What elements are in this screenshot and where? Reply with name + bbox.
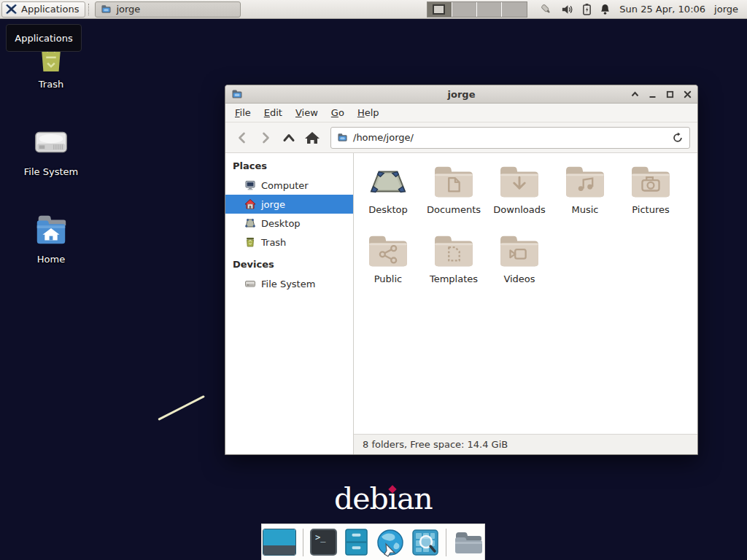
computer-icon xyxy=(244,179,256,191)
house-icon xyxy=(244,198,256,210)
location-bar[interactable]: /home/jorge/ xyxy=(330,127,690,149)
downloads-folder-icon xyxy=(497,163,542,200)
file-label: Public xyxy=(374,273,402,284)
reload-icon[interactable] xyxy=(672,132,684,144)
sidebar-item-trash[interactable]: Trash xyxy=(225,233,353,252)
sidebar-item-label: Trash xyxy=(261,237,286,248)
file-icon-templates[interactable]: Templates xyxy=(421,233,487,302)
forward-button[interactable] xyxy=(255,127,276,149)
debian-logo-text: an xyxy=(397,481,433,516)
desktop-icon xyxy=(244,217,256,229)
show-desktop-icon xyxy=(263,529,295,545)
debian-logo-i: ı xyxy=(388,481,397,516)
applications-tooltip-text: Applications xyxy=(15,33,72,44)
workspace-2[interactable] xyxy=(452,2,477,17)
window-titlebar[interactable]: jorge xyxy=(225,85,697,104)
shade-button[interactable] xyxy=(631,90,639,98)
web-browser-launcher-icon[interactable] xyxy=(376,528,405,557)
applications-menu-button[interactable]: Applications xyxy=(1,1,85,18)
menu-view[interactable]: View xyxy=(289,104,325,121)
file-icon-downloads[interactable]: Downloads xyxy=(487,163,552,233)
file-label: Documents xyxy=(427,204,481,215)
dock-separator xyxy=(303,529,303,556)
file-manager-launcher-icon[interactable] xyxy=(344,528,369,556)
sidebar-header-places: Places xyxy=(225,158,353,176)
window-title: jorge xyxy=(225,89,697,100)
close-button[interactable] xyxy=(684,90,692,98)
menu-go[interactable]: Go xyxy=(325,104,351,121)
sidebar-item-label: File System xyxy=(261,279,315,289)
drive-icon xyxy=(244,278,256,289)
file-label: Templates xyxy=(430,273,478,284)
workspace-4[interactable] xyxy=(502,2,527,17)
stylus-tray-icon[interactable] xyxy=(539,2,553,16)
sidebar-item-label: Desktop xyxy=(261,218,301,229)
file-manager-window: jorge File Edit View Go Help /home/jorge… xyxy=(225,85,698,455)
menubar: File Edit View Go Help xyxy=(225,104,697,122)
statusbar-text: 8 folders, Free space: 14.4 GiB xyxy=(363,439,508,450)
folder-icon xyxy=(101,4,112,15)
sidebar-item-file-system[interactable]: File System xyxy=(225,274,353,293)
xfce-applications-icon xyxy=(5,3,18,15)
file-icon-documents[interactable]: Documents xyxy=(421,163,487,233)
desktop-icon-file-system[interactable]: File System xyxy=(11,124,91,177)
menu-edit[interactable]: Edit xyxy=(258,104,289,121)
public-folder-icon xyxy=(365,233,411,269)
music-folder-icon xyxy=(562,163,608,200)
debian-logo-text: deb xyxy=(334,481,388,516)
menu-help[interactable]: Help xyxy=(351,104,386,121)
file-icon-videos[interactable]: Videos xyxy=(487,233,552,302)
desktop-icon-home[interactable]: Home xyxy=(11,211,91,265)
taskbar-window-label: jorge xyxy=(116,4,140,15)
file-icon-pictures[interactable]: Pictures xyxy=(618,163,684,233)
workspace-1[interactable] xyxy=(427,2,452,17)
applications-menu-label: Applications xyxy=(21,4,79,15)
statusbar: 8 folders, Free space: 14.4 GiB xyxy=(354,434,697,454)
sidebar-item-desktop[interactable]: Desktop xyxy=(225,214,353,233)
sidebar-item-label: jorge xyxy=(261,199,285,210)
notification-bell-icon[interactable] xyxy=(600,3,611,15)
up-icon xyxy=(282,131,296,145)
file-icon-desktop[interactable]: Desktop xyxy=(355,163,421,233)
desktop-icon-label: File System xyxy=(11,166,91,177)
panel-username[interactable]: jorge xyxy=(714,4,738,15)
forward-icon xyxy=(258,131,273,145)
file-icon-music[interactable]: Music xyxy=(552,163,618,233)
sidebar-item-computer[interactable]: Computer xyxy=(225,176,353,195)
file-grid: Desktop Documents Downloads Music Pictur… xyxy=(354,153,697,434)
sidebar-item-jorge[interactable]: jorge xyxy=(225,195,353,214)
location-folder-icon xyxy=(337,132,348,143)
file-icon-public[interactable]: Public xyxy=(355,233,421,302)
terminal-launcher-icon[interactable]: >_ xyxy=(310,529,337,556)
videos-folder-icon xyxy=(497,233,542,269)
minimize-button[interactable] xyxy=(649,90,657,98)
panel-handle xyxy=(88,4,92,15)
location-path[interactable]: /home/jorge/ xyxy=(353,132,667,143)
file-label: Music xyxy=(572,204,599,215)
maximize-button[interactable] xyxy=(666,90,674,98)
show-desktop-button[interactable] xyxy=(263,529,296,556)
home-icon xyxy=(304,131,320,145)
directory-menu-icon[interactable] xyxy=(453,529,484,556)
volume-icon[interactable] xyxy=(561,4,574,15)
clock[interactable]: Sun 25 Apr, 10:06 xyxy=(619,4,705,15)
sidebar-header-devices: Devices xyxy=(225,256,353,274)
file-label: Videos xyxy=(503,273,535,284)
taskbar-window-button[interactable]: jorge xyxy=(95,1,241,18)
system-tray xyxy=(539,2,611,16)
sidebar-item-label: Computer xyxy=(261,180,309,191)
file-label: Downloads xyxy=(493,204,545,215)
menu-file[interactable]: File xyxy=(228,104,258,121)
back-button[interactable] xyxy=(231,127,253,149)
trash-icon xyxy=(244,236,256,248)
up-button[interactable] xyxy=(278,127,300,149)
applications-tooltip: Applications xyxy=(6,24,82,52)
workspace-switcher[interactable] xyxy=(427,1,527,18)
workspace-3[interactable] xyxy=(477,2,502,17)
app-finder-launcher-icon[interactable] xyxy=(411,529,439,556)
sidebar: Places Computer jorge Desktop Trash Devi… xyxy=(225,153,354,454)
home-button[interactable] xyxy=(301,127,323,149)
battery-icon[interactable] xyxy=(582,3,592,15)
file-view[interactable]: Desktop Documents Downloads Music Pictur… xyxy=(354,153,697,454)
desktop-icon-label: Trash xyxy=(11,79,91,90)
